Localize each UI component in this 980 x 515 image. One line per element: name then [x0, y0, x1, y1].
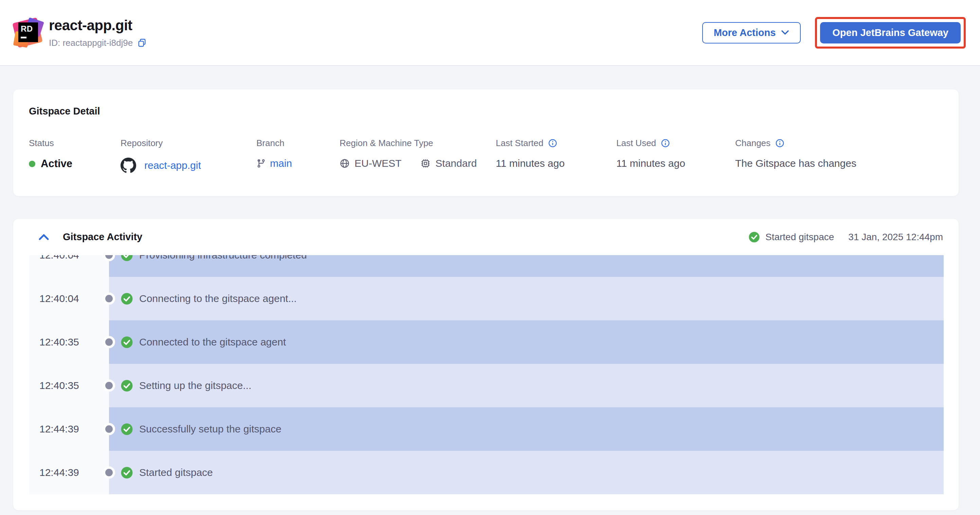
log-message: Setting up the gitspace... — [139, 380, 251, 391]
changes-value: The Gitspace has changes — [735, 158, 943, 169]
jetbrains-rider-logo-icon: RD — [14, 19, 42, 46]
log-message: Successfully setup the gitspace — [139, 423, 282, 435]
region-machine-label: Region & Machine Type — [340, 138, 496, 148]
check-circle-icon — [748, 231, 760, 243]
detail-card-title: Gitspace Detail — [29, 106, 943, 117]
field-status: Status Active — [29, 138, 121, 173]
check-circle-icon — [121, 423, 133, 435]
last-used-value: 11 minutes ago — [616, 158, 735, 169]
page-header: RD react-app.git ID: reactappgit-i8dj9e … — [0, 0, 980, 66]
activity-status: Started gitspace — [748, 231, 834, 243]
last-used-label: Last Used — [616, 138, 656, 148]
log-message: Provisioning infrastructure completed — [139, 255, 307, 261]
log-time: 12:44:39 — [40, 467, 79, 478]
activity-log-content: 12:40:04 Provisioning infrastructure com… — [29, 255, 943, 494]
more-actions-label: More Actions — [714, 27, 776, 38]
field-changes: Changes The Gitspace has changes — [735, 138, 943, 173]
log-time: 12:40:04 — [40, 293, 79, 305]
cpu-icon — [420, 158, 431, 169]
log-time: 12:40:35 — [40, 380, 79, 391]
check-circle-icon — [121, 336, 133, 349]
globe-icon — [340, 158, 350, 169]
activity-status-date: 31 Jan, 2025 12:44pm — [848, 232, 943, 242]
activity-status-label: Started gitspace — [765, 232, 834, 242]
gitspace-detail-card: Gitspace Detail Status Active Repository… — [13, 89, 959, 196]
branch-link[interactable]: main — [270, 158, 292, 169]
log-time: 12:40:04 — [40, 255, 79, 261]
log-row: 12:40:04 Provisioning infrastructure com… — [29, 255, 943, 277]
changes-label: Changes — [735, 138, 770, 148]
log-message: Connected to the gitspace agent — [139, 336, 286, 348]
check-circle-icon — [121, 466, 133, 479]
github-icon — [121, 158, 136, 173]
gitspace-activity-card: Gitspace Activity Started gitspace 31 Ja… — [13, 218, 959, 510]
field-last-used: Last Used 11 minutes ago — [616, 138, 735, 173]
branch-label: Branch — [256, 138, 340, 148]
log-message: Started gitspace — [139, 467, 213, 478]
page-title: react-app.git — [49, 18, 147, 33]
annotation-highlight-box: Open JetBrains Gateway — [815, 17, 966, 49]
log-time: 12:40:35 — [40, 336, 79, 348]
activity-log[interactable]: 12:40:04 Provisioning infrastructure com… — [29, 255, 943, 494]
last-started-label: Last Started — [496, 138, 543, 148]
timeline-dot-icon — [105, 338, 113, 346]
activity-card-title: Gitspace Activity — [63, 231, 142, 242]
status-value: Active — [41, 158, 72, 170]
log-row: 12:44:39 Successfully setup the gitspace — [29, 407, 943, 451]
repository-link[interactable]: react-app.git — [144, 159, 201, 171]
gitspace-id: ID: reactappgit-i8dj9e — [49, 38, 133, 48]
repository-label: Repository — [121, 138, 256, 148]
chevron-down-icon — [781, 30, 789, 35]
log-row: 12:44:39 Started gitspace — [29, 451, 943, 494]
collapse-activity-button[interactable] — [38, 233, 49, 241]
status-dot-icon — [29, 161, 35, 167]
region-value: EU-WEST — [355, 158, 401, 169]
info-icon[interactable] — [548, 139, 557, 148]
field-repository: Repository react-app.git — [121, 138, 256, 173]
timeline-dot-icon — [105, 382, 113, 389]
git-branch-icon — [256, 159, 266, 168]
timeline-dot-icon — [105, 425, 113, 433]
check-circle-icon — [121, 292, 133, 305]
logo-monogram: RD — [18, 22, 38, 42]
machine-type-value: Standard — [435, 158, 477, 169]
field-branch: Branch main — [256, 138, 340, 173]
check-circle-icon — [121, 255, 133, 261]
field-region-machine: Region & Machine Type EU-WEST Sta — [340, 138, 496, 173]
log-row: 12:40:35 Connected to the gitspace agent — [29, 320, 943, 364]
last-started-value: 11 minutes ago — [496, 158, 616, 169]
open-jetbrains-gateway-button[interactable]: Open JetBrains Gateway — [820, 22, 961, 43]
more-actions-button[interactable]: More Actions — [702, 22, 801, 43]
info-icon[interactable] — [775, 139, 784, 148]
timeline-dot-icon — [105, 295, 113, 302]
timeline-dot-icon — [105, 469, 113, 476]
check-circle-icon — [121, 379, 133, 392]
copy-icon[interactable] — [137, 38, 147, 48]
log-message: Connecting to the gitspace agent... — [139, 293, 297, 305]
log-row: 12:40:04 Connecting to the gitspace agen… — [29, 277, 943, 320]
title-block: react-app.git ID: reactappgit-i8dj9e — [49, 18, 147, 48]
log-row: 12:40:35 Setting up the gitspace... — [29, 364, 943, 407]
chevron-up-icon — [38, 233, 49, 241]
header-actions: More Actions Open JetBrains Gateway — [702, 17, 966, 49]
info-icon[interactable] — [661, 139, 670, 148]
log-time: 12:44:39 — [40, 423, 79, 435]
logo-underscore — [21, 37, 27, 38]
activity-header: Gitspace Activity Started gitspace 31 Ja… — [13, 219, 959, 255]
status-label: Status — [29, 138, 121, 148]
field-last-started: Last Started 11 minutes ago — [496, 138, 616, 173]
